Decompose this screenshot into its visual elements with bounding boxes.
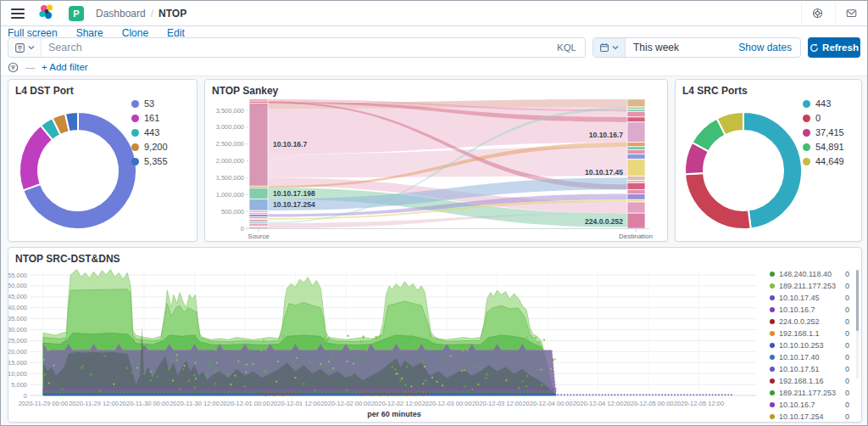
query-language-toggle[interactable]: KQL [548, 42, 585, 53]
legend-item[interactable]: 443 [803, 98, 844, 109]
legend-swatch [770, 272, 775, 277]
svg-text:2020-12-04 12:00: 2020-12-04 12:00 [573, 400, 623, 407]
refresh-icon [810, 43, 819, 53]
time-range-value[interactable]: This week [626, 42, 738, 53]
legend-swatch [770, 367, 775, 372]
legend-item[interactable]: 148.240.118.400 [770, 268, 849, 280]
legend-label: 37,415 [815, 127, 844, 137]
menu-icon[interactable] [11, 8, 25, 19]
legend-value: 0 [841, 282, 849, 290]
legend-item[interactable]: 10.10.17.400 [770, 351, 849, 363]
legend-swatch [770, 295, 775, 300]
legend-value: 0 [841, 317, 849, 326]
legend-swatch [770, 331, 775, 336]
svg-text:30,000: 30,000 [8, 326, 27, 334]
svg-text:2020-12-05 00:00: 2020-12-05 00:00 [623, 400, 673, 407]
legend-item[interactable]: 10.10.10.2530 [770, 339, 849, 351]
legend-item[interactable]: 189.211.177.2530 [770, 280, 849, 292]
help-icon[interactable] [801, 3, 823, 25]
legend-item[interactable]: 443 [131, 127, 168, 137]
legend-item[interactable]: 10.10.17.450 [770, 292, 849, 304]
legend-swatch [770, 319, 775, 324]
legend-item[interactable]: 10.10.17.2540 [770, 411, 849, 423]
newsfeed-mail-icon[interactable] [835, 3, 857, 25]
show-dates-link[interactable]: Show dates [738, 42, 800, 53]
legend-item[interactable]: 192.168.1.160 [770, 375, 849, 387]
breadcrumb-separator: / [151, 8, 153, 20]
src-ports-legend: 443037,41554,89144,649 [803, 98, 844, 166]
legend-label: 10.10.17.254 [779, 412, 841, 421]
legend-swatch [770, 355, 775, 360]
legend-item[interactable]: 54,891 [803, 142, 844, 152]
date-picker: This week Show dates [593, 37, 801, 58]
svg-text:35,000: 35,000 [8, 315, 27, 322]
legend-item[interactable]: 10.10.17.510 [770, 363, 849, 375]
search-box: KQL [8, 37, 586, 58]
legend-value: 0 [841, 305, 849, 314]
saved-query-menu-button[interactable] [8, 38, 42, 57]
legend-value: 0 [841, 365, 849, 373]
legend-item[interactable]: 224.0.0.2520 [770, 316, 849, 328]
legend-swatch [131, 115, 139, 122]
legend-swatch [803, 143, 810, 151]
panel-l4-src-ports: L4 SRC Ports 443037,41554,89144,649 [675, 79, 862, 242]
legend-swatch [770, 402, 775, 407]
breadcrumb-app[interactable]: Dashboard [96, 8, 146, 20]
legend-item[interactable]: 10.10.16.70 [770, 304, 849, 316]
legend-label: 10.10.16.7 [779, 401, 841, 409]
legend-label: 10.10.17.51 [779, 365, 841, 373]
legend-swatch [131, 100, 139, 108]
timeseries-chart: 05,00010,00015,00020,00025,00030,00035,0… [8, 248, 763, 423]
refresh-button[interactable]: Refresh [808, 37, 860, 58]
elastic-logo-icon[interactable] [38, 3, 55, 24]
search-input[interactable] [42, 42, 548, 53]
legend-item[interactable]: 0 [803, 113, 844, 123]
legend-item[interactable]: 192.168.1.10 [770, 328, 849, 339]
legend-label: 54,891 [815, 142, 844, 152]
svg-text:50,000: 50,000 [8, 282, 27, 289]
legend-value: 0 [841, 329, 849, 338]
legend-item[interactable]: 5,355 [131, 156, 168, 166]
legend-item[interactable]: 37,415 [803, 127, 844, 137]
saved-query-icon [14, 42, 25, 53]
filter-options-icon[interactable] [8, 62, 19, 73]
legend-item[interactable]: 44,649 [803, 156, 844, 166]
svg-text:2020-12-02 12:00: 2020-12-02 12:00 [371, 400, 421, 407]
svg-text:0: 0 [241, 225, 244, 233]
date-quick-select-button[interactable] [593, 38, 626, 57]
svg-text:10,000: 10,000 [8, 370, 27, 378]
svg-text:2020-12-03 00:00: 2020-12-03 00:00 [421, 400, 471, 407]
svg-text:Source: Source [248, 233, 270, 240]
legend-label: 0 [815, 113, 821, 123]
dst-port-donut-chart [8, 80, 198, 243]
legend-item[interactable]: 161 [131, 113, 168, 123]
legend-scrollbar-thumb[interactable] [856, 270, 859, 331]
legend-swatch [131, 129, 139, 137]
chevron-down-icon [612, 44, 619, 51]
svg-text:25,000: 25,000 [8, 337, 27, 345]
space-avatar[interactable]: P [69, 6, 84, 21]
svg-text:10.10.16.7: 10.10.16.7 [589, 131, 623, 139]
legend-label: 53 [144, 98, 154, 109]
legend-label: 192.168.1.1 [779, 329, 841, 338]
top-navigation-bar: P Dashboard / NTOP [1, 1, 867, 26]
timeseries-legend: 148.240.118.400189.211.177.253010.10.17.… [770, 268, 849, 423]
svg-text:2020-11-29 00:00: 2020-11-29 00:00 [19, 400, 69, 407]
svg-text:2020-11-30 12:00: 2020-11-30 12:00 [170, 400, 220, 407]
chevron-down-icon [28, 44, 35, 51]
breadcrumb: Dashboard / NTOP [96, 8, 186, 20]
legend-value: 0 [841, 401, 849, 409]
legend-swatch [803, 158, 810, 165]
legend-item[interactable]: 9,200 [131, 142, 168, 152]
svg-text:55,000: 55,000 [8, 272, 27, 279]
add-filter-link[interactable]: + Add filter [42, 62, 88, 72]
legend-swatch [803, 115, 810, 122]
legend-item[interactable]: 53 [131, 98, 168, 109]
legend-label: 189.211.177.253 [779, 389, 841, 397]
svg-text:2020-12-04 00:00: 2020-12-04 00:00 [522, 400, 572, 407]
svg-text:20,000: 20,000 [8, 348, 27, 356]
legend-item[interactable]: 10.10.16.70 [770, 399, 849, 411]
legend-item[interactable]: 189.211.177.2530 [770, 387, 849, 399]
legend-swatch [770, 343, 775, 348]
svg-text:10.10.16.7: 10.10.16.7 [273, 140, 307, 149]
